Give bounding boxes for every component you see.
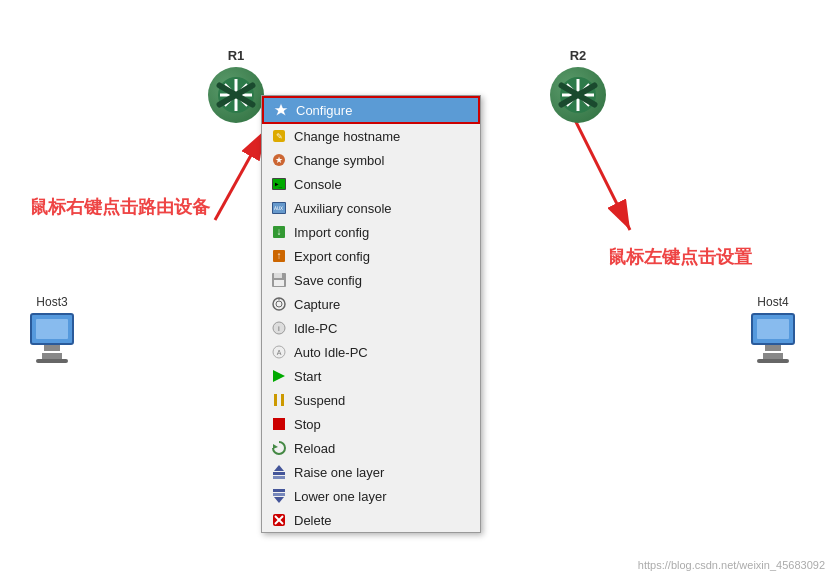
save-config-label: Save config bbox=[294, 273, 362, 288]
console-label: Console bbox=[294, 177, 342, 192]
host4-monitor bbox=[751, 313, 795, 345]
svg-rect-47 bbox=[273, 489, 285, 492]
host3-label: Host3 bbox=[36, 295, 67, 309]
menu-item-import-config[interactable]: ↓ Import config bbox=[262, 220, 480, 244]
menu-item-suspend[interactable]: Suspend bbox=[262, 388, 480, 412]
svg-text:▶_: ▶_ bbox=[275, 180, 283, 188]
svg-marker-13 bbox=[274, 103, 288, 116]
lower-icon bbox=[270, 487, 288, 505]
router-r2-label: R2 bbox=[570, 48, 587, 63]
capture-label: Capture bbox=[294, 297, 340, 312]
raise-icon bbox=[270, 463, 288, 481]
menu-item-start[interactable]: Start bbox=[262, 364, 480, 388]
menu-item-auxiliary-console[interactable]: AUX Auxiliary console bbox=[262, 196, 480, 220]
import-icon: ↓ bbox=[270, 223, 288, 241]
svg-text:i: i bbox=[278, 324, 280, 333]
delete-icon bbox=[270, 511, 288, 529]
host3-base bbox=[36, 359, 68, 363]
menu-item-save-config[interactable]: Save config bbox=[262, 268, 480, 292]
svg-line-1 bbox=[215, 130, 265, 220]
export-config-label: Export config bbox=[294, 249, 370, 264]
menu-item-idle-pc[interactable]: i Idle-PC bbox=[262, 316, 480, 340]
save-icon bbox=[270, 271, 288, 289]
menu-item-change-symbol[interactable]: ★ Change symbol bbox=[262, 148, 480, 172]
menu-item-export-config[interactable]: ↑ Export config bbox=[262, 244, 480, 268]
configure-icon bbox=[272, 101, 290, 119]
auxiliary-console-label: Auxiliary console bbox=[294, 201, 392, 216]
host4: Host4 bbox=[751, 295, 795, 363]
menu-item-lower-one-layer[interactable]: Lower one layer bbox=[262, 484, 480, 508]
stop-label: Stop bbox=[294, 417, 321, 432]
idle-icon: i bbox=[270, 319, 288, 337]
menu-item-console[interactable]: ▶_ Console bbox=[262, 172, 480, 196]
router-r1[interactable]: R1 bbox=[208, 48, 264, 123]
svg-rect-39 bbox=[274, 394, 277, 406]
reload-icon bbox=[270, 439, 288, 457]
svg-rect-30 bbox=[274, 280, 284, 286]
menu-item-delete[interactable]: Delete bbox=[262, 508, 480, 532]
svg-text:AUX: AUX bbox=[274, 205, 283, 211]
auto-idle-pc-label: Auto Idle-PC bbox=[294, 345, 368, 360]
svg-rect-44 bbox=[273, 476, 285, 479]
svg-text:↑: ↑ bbox=[277, 250, 282, 261]
idle-pc-label: Idle-PC bbox=[294, 321, 337, 336]
context-menu: Configure ✎ Change hostname ★ Change sym… bbox=[261, 95, 481, 533]
svg-point-32 bbox=[276, 301, 282, 307]
router-r2[interactable]: R2 bbox=[550, 48, 606, 123]
suspend-label: Suspend bbox=[294, 393, 345, 408]
menu-item-reload[interactable]: Reload bbox=[262, 436, 480, 460]
watermark: https://blog.csdn.net/weixin_45683092 bbox=[638, 559, 825, 571]
svg-line-2 bbox=[575, 120, 630, 230]
svg-text:✎: ✎ bbox=[276, 132, 283, 141]
export-icon: ↑ bbox=[270, 247, 288, 265]
svg-rect-29 bbox=[274, 273, 282, 278]
delete-label: Delete bbox=[294, 513, 332, 528]
console-icon: ▶_ bbox=[270, 175, 288, 193]
stop-icon bbox=[270, 415, 288, 433]
auto-idle-icon: A bbox=[270, 343, 288, 361]
svg-marker-45 bbox=[274, 465, 284, 471]
host4-label: Host4 bbox=[757, 295, 788, 309]
import-config-label: Import config bbox=[294, 225, 369, 240]
suspend-icon bbox=[270, 391, 288, 409]
svg-marker-48 bbox=[274, 497, 284, 503]
svg-marker-38 bbox=[273, 370, 285, 382]
configure-label: Configure bbox=[296, 103, 352, 118]
raise-one-layer-label: Raise one layer bbox=[294, 465, 384, 480]
host3: Host3 bbox=[30, 295, 74, 363]
svg-rect-40 bbox=[281, 394, 284, 406]
reload-label: Reload bbox=[294, 441, 335, 456]
network-diagram: R1 R2 Host3 bbox=[0, 0, 835, 581]
router-r1-label: R1 bbox=[228, 48, 245, 63]
right-chinese-label: 鼠标左键点击设置 bbox=[608, 245, 752, 269]
router-r1-body bbox=[208, 67, 264, 123]
svg-rect-43 bbox=[273, 472, 285, 475]
menu-item-stop[interactable]: Stop bbox=[262, 412, 480, 436]
capture-icon bbox=[270, 295, 288, 313]
svg-marker-42 bbox=[273, 444, 278, 449]
change-hostname-label: Change hostname bbox=[294, 129, 400, 144]
router-r2-body bbox=[550, 67, 606, 123]
host4-base bbox=[757, 359, 789, 363]
start-label: Start bbox=[294, 369, 321, 384]
lower-one-layer-label: Lower one layer bbox=[294, 489, 387, 504]
hostname-icon: ✎ bbox=[270, 127, 288, 145]
menu-item-raise-one-layer[interactable]: Raise one layer bbox=[262, 460, 480, 484]
svg-rect-46 bbox=[273, 493, 285, 496]
svg-text:↓: ↓ bbox=[277, 226, 282, 237]
svg-text:A: A bbox=[277, 349, 282, 356]
svg-text:★: ★ bbox=[275, 155, 283, 165]
menu-item-change-hostname[interactable]: ✎ Change hostname bbox=[262, 124, 480, 148]
left-chinese-label: 鼠标右键点击路由设备 bbox=[30, 195, 210, 219]
change-symbol-label: Change symbol bbox=[294, 153, 384, 168]
menu-item-capture[interactable]: Capture bbox=[262, 292, 480, 316]
host3-monitor bbox=[30, 313, 74, 345]
symbol-icon: ★ bbox=[270, 151, 288, 169]
aux-icon: AUX bbox=[270, 199, 288, 217]
start-icon bbox=[270, 367, 288, 385]
svg-rect-41 bbox=[273, 418, 285, 430]
menu-item-auto-idle-pc[interactable]: A Auto Idle-PC bbox=[262, 340, 480, 364]
menu-item-configure[interactable]: Configure bbox=[262, 96, 480, 124]
